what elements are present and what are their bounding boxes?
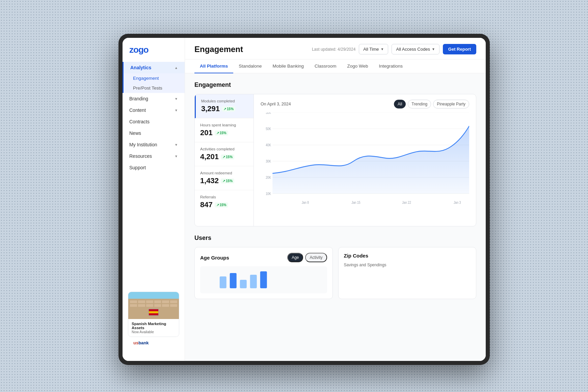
chart-header: On April 3, 2024 All Trending Pineapple … (261, 100, 469, 108)
svg-text:30K: 30K (266, 159, 271, 163)
svg-rect-20 (260, 271, 267, 288)
chevron-down-icon: ▼ (175, 154, 178, 158)
svg-text:Jan 15: Jan 15 (351, 200, 360, 204)
time-filter-dropdown[interactable]: All Time ▼ (359, 44, 388, 54)
logo: zogo (123, 45, 185, 62)
sidebar-item-contracts[interactable]: Contracts (123, 116, 185, 127)
sidebar-bottom: Spanish Marketing Assets Now Available u… (123, 286, 185, 354)
sidebar-item-engagement[interactable]: Engagement (123, 73, 185, 83)
amount-badge: ↗ 15% (221, 178, 234, 183)
content-label: Content (129, 107, 146, 113)
activities-value: 4,201 ↗ 15% (200, 152, 248, 161)
engagement-chart: 50K 50K 40K 30K 20K 10K Jan 8 Jan 15 Jan… (261, 113, 469, 211)
age-bar-chart (200, 270, 327, 290)
zip-codes-title: Zip Codes (344, 253, 369, 259)
stat-hours[interactable]: Hours spent learning 201 ↗ 15% (195, 118, 253, 142)
flag-icon (149, 309, 159, 316)
content-area: Engagement Modules completed 3,291 ↗ 15% (185, 73, 486, 361)
age-groups-chart (200, 266, 327, 293)
filter-all-button[interactable]: All (394, 100, 406, 108)
hours-badge: ↗ 15% (215, 130, 228, 136)
tab-integrations[interactable]: Integrations (373, 59, 408, 73)
svg-rect-18 (240, 280, 247, 288)
zip-codes-card: Zip Codes Savings and Spendings (338, 247, 477, 299)
activity-tab[interactable]: Activity (305, 253, 327, 262)
amount-value: 1,432 ↗ 15% (200, 176, 248, 185)
analytics-label: Analytics (130, 65, 151, 70)
device-screen: zogo Analytics ▲ Engagement Pre/Post Tes… (123, 38, 486, 361)
page-title: Engagement (194, 45, 243, 54)
sidebar-item-branding[interactable]: Branding ▼ (123, 93, 185, 104)
resources-label: Resources (129, 153, 152, 159)
chart-container: 50K 50K 40K 30K 20K 10K Jan 8 Jan 15 Jan… (261, 113, 469, 221)
usbank-logo: usbank (128, 337, 179, 349)
chevron-down-icon: ▼ (175, 97, 178, 101)
platform-tabs: All Platforms Standalone Mobile Banking … (185, 59, 486, 73)
modules-label: Modules completed (201, 99, 248, 103)
get-report-button[interactable]: Get Report (443, 44, 476, 54)
svg-text:Jan 3: Jan 3 (454, 200, 461, 204)
tab-standalone[interactable]: Standalone (233, 59, 267, 73)
tab-all-platforms[interactable]: All Platforms (194, 59, 233, 73)
filter-pineapple-button[interactable]: Pineapple Party (433, 100, 469, 108)
engagement-grid: Modules completed 3,291 ↗ 15% Hours spen… (194, 94, 476, 226)
chevron-down-icon: ▼ (175, 108, 178, 112)
svg-text:20K: 20K (266, 175, 271, 179)
sidebar-item-prepost[interactable]: Pre/Post Tests (123, 83, 185, 93)
age-groups-title: Age Groups (200, 255, 229, 261)
main-content: Engagement Last updated: 4/29/2024 All T… (185, 38, 486, 361)
top-header: Engagement Last updated: 4/29/2024 All T… (185, 38, 486, 59)
users-grid: Age Groups Age Activity (194, 247, 476, 299)
sidebar: zogo Analytics ▲ Engagement Pre/Post Tes… (123, 38, 185, 361)
stat-referrals[interactable]: Referrals 847 ↗ 15% (195, 190, 253, 214)
engagement-section-title: Engagement (194, 81, 476, 89)
stat-amount[interactable]: Amount redeemed 1,432 ↗ 15% (195, 166, 253, 190)
hours-value: 201 ↗ 15% (200, 128, 248, 137)
chart-area: On April 3, 2024 All Trending Pineapple … (254, 94, 476, 226)
hours-label: Hours spent learning (200, 123, 248, 127)
age-groups-card: Age Groups Age Activity (194, 247, 333, 299)
promo-title: Spanish Marketing Assets (132, 322, 176, 330)
svg-text:Jan 22: Jan 22 (402, 200, 411, 204)
promo-subtitle: Now Available (132, 330, 176, 334)
sidebar-item-resources[interactable]: Resources ▼ (123, 150, 185, 162)
promo-text-area: Spanish Marketing Assets Now Available (128, 319, 179, 337)
support-label: Support (129, 165, 146, 170)
sidebar-item-news[interactable]: News (123, 127, 185, 139)
svg-rect-19 (250, 275, 257, 288)
age-groups-header: Age Groups Age Activity (200, 253, 327, 262)
chevron-up-icon: ▲ (175, 66, 178, 70)
sidebar-item-content[interactable]: Content ▼ (123, 104, 185, 116)
filter-trending-button[interactable]: Trending (408, 100, 431, 108)
stat-activities[interactable]: Activities completed 4,201 ↗ 15% (195, 142, 253, 166)
age-tab[interactable]: Age (287, 253, 303, 262)
sidebar-item-support[interactable]: Support (123, 162, 185, 173)
promo-card[interactable]: Spanish Marketing Assets Now Available (128, 292, 179, 337)
svg-text:Jan 8: Jan 8 (302, 200, 309, 204)
usbank-text: usbank (133, 340, 149, 345)
promo-image (128, 292, 179, 319)
users-section: Users Age Groups Age Activity (194, 235, 476, 299)
branding-label: Branding (129, 96, 148, 101)
svg-rect-16 (220, 276, 226, 288)
chart-date: On April 3, 2024 (261, 102, 291, 106)
access-codes-dropdown[interactable]: All Access Codes ▼ (392, 44, 439, 54)
svg-rect-17 (230, 273, 237, 288)
sidebar-item-my-institution[interactable]: My Institution ▼ (123, 139, 185, 150)
sidebar-item-analytics[interactable]: Analytics ▲ (123, 62, 185, 73)
building-windows (130, 300, 177, 307)
chevron-down-icon: ▼ (381, 47, 384, 51)
modules-value: 3,291 ↗ 15% (201, 104, 248, 113)
stats-panel: Modules completed 3,291 ↗ 15% Hours spen… (195, 94, 254, 226)
chevron-down-icon: ▼ (175, 143, 178, 147)
tab-classroom[interactable]: Classroom (309, 59, 342, 73)
referrals-value: 847 ↗ 15% (200, 200, 248, 209)
last-updated-label: Last updated: 4/29/2024 (312, 47, 355, 52)
nav-section: Analytics ▲ Engagement Pre/Post Tests Br… (123, 62, 185, 173)
stat-modules[interactable]: Modules completed 3,291 ↗ 15% (195, 94, 253, 118)
svg-text:40K: 40K (266, 143, 271, 147)
tab-mobile-banking[interactable]: Mobile Banking (267, 59, 309, 73)
tab-zogo-web[interactable]: Zogo Web (342, 59, 373, 73)
referrals-label: Referrals (200, 195, 248, 199)
svg-text:50K: 50K (266, 127, 271, 131)
